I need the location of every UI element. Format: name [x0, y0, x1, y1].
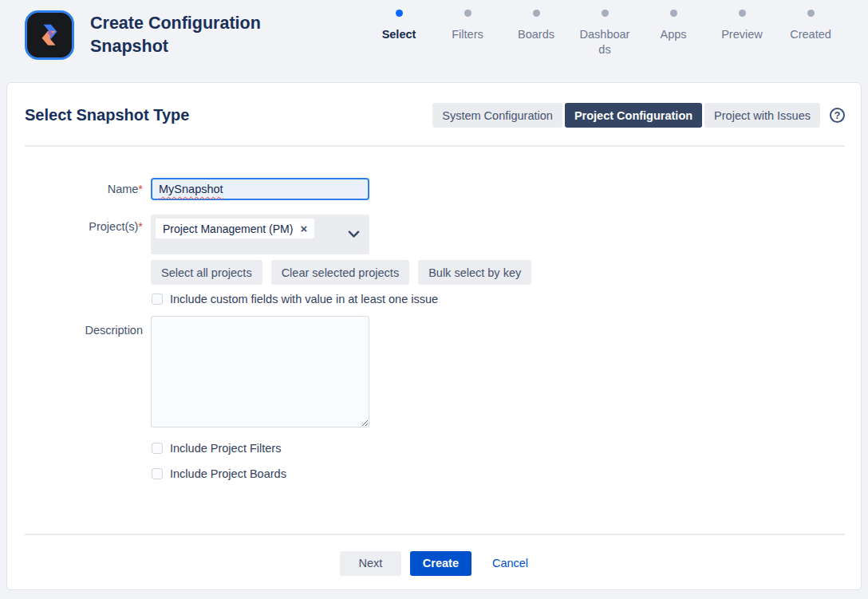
- tab-project-with-issues[interactable]: Project with Issues: [704, 103, 820, 128]
- create-button[interactable]: Create: [410, 551, 471, 576]
- stepper-step-select[interactable]: Select: [370, 10, 428, 57]
- step-label: Apps: [660, 27, 686, 42]
- step-dot-icon: [464, 10, 471, 17]
- stepper-step-boards[interactable]: Boards: [507, 10, 565, 57]
- tab-system-configuration[interactable]: System Configuration: [432, 103, 562, 128]
- stepper-step-dashboards[interactable]: Dashboards: [576, 10, 633, 57]
- snapshot-card: Select Snapshot Type System Configuratio…: [6, 82, 862, 590]
- name-input[interactable]: MySnapshot: [151, 178, 369, 200]
- step-dot-icon: [602, 10, 609, 17]
- app-logo: [25, 10, 74, 60]
- include-project-filters-row: Include Project Filters: [152, 442, 281, 455]
- step-label: Filters: [452, 27, 483, 42]
- include-project-boards-label: Include Project Boards: [170, 467, 286, 480]
- chip-remove-icon[interactable]: ×: [300, 223, 307, 234]
- select-all-projects-button[interactable]: Select all projects: [151, 260, 262, 285]
- snapshot-type-switcher: System Configuration Project Configurati…: [432, 103, 845, 128]
- next-button[interactable]: Next: [340, 551, 401, 576]
- step-dot-icon: [739, 10, 746, 17]
- projects-multiselect[interactable]: Project Management (PM) ×: [151, 215, 369, 254]
- snapshot-type-tabs: System Configuration Project Configurati…: [432, 103, 820, 128]
- step-label: Dashboards: [577, 27, 633, 57]
- include-custom-fields-row: Include custom fields with value in at l…: [152, 293, 438, 305]
- step-label: Select: [382, 27, 416, 42]
- required-asterisk: *: [138, 183, 143, 195]
- include-project-boards-checkbox[interactable]: [152, 468, 163, 479]
- include-project-filters-checkbox[interactable]: [152, 443, 163, 454]
- include-project-filters-label: Include Project Filters: [170, 442, 281, 455]
- step-label: Preview: [721, 27, 763, 42]
- include-custom-fields-checkbox[interactable]: [152, 294, 163, 305]
- chevron-down-icon: [348, 231, 360, 238]
- card-header: Select Snapshot Type System Configuratio…: [25, 103, 845, 128]
- description-textarea[interactable]: [151, 316, 369, 428]
- app-title: Create Configuration Snapshot: [90, 12, 291, 58]
- step-label: Created: [790, 27, 831, 42]
- required-asterisk: *: [138, 220, 143, 233]
- project-chip: Project Management (PM) ×: [156, 219, 314, 238]
- tab-project-configuration[interactable]: Project Configuration: [565, 103, 702, 128]
- header-divider: [25, 145, 845, 147]
- clear-selected-projects-button[interactable]: Clear selected projects: [271, 260, 410, 285]
- include-custom-fields-label: Include custom fields with value in at l…: [170, 293, 438, 305]
- step-dot-icon: [807, 10, 815, 17]
- configuration-manager-arrows-icon: [34, 20, 65, 50]
- step-dot-icon: [533, 10, 540, 17]
- footer-divider: [25, 534, 845, 535]
- name-input-value: MySnapshot: [159, 183, 223, 195]
- stepper-step-created[interactable]: Created: [782, 10, 839, 57]
- wizard-footer: Next Create Cancel: [7, 550, 861, 576]
- stepper-step-preview[interactable]: Preview: [713, 10, 771, 57]
- project-selection-actions: Select all projects Clear selected proje…: [151, 260, 531, 285]
- step-label: Boards: [518, 27, 554, 42]
- cancel-link[interactable]: Cancel: [492, 557, 528, 569]
- app-header: Create Configuration Snapshot Select Fil…: [0, 0, 868, 82]
- stepper-step-apps[interactable]: Apps: [645, 10, 702, 57]
- description-label: Description: [7, 324, 143, 337]
- name-label: Name*: [7, 183, 143, 195]
- step-dot-icon: [670, 10, 677, 17]
- step-dot-icon: [396, 10, 403, 17]
- projects-label: Project(s)*: [7, 220, 143, 233]
- include-project-boards-row: Include Project Boards: [152, 467, 286, 480]
- stepper-step-filters[interactable]: Filters: [439, 10, 496, 57]
- project-chip-label: Project Management (PM): [163, 223, 293, 235]
- help-icon[interactable]: ?: [830, 108, 845, 123]
- page-title: Select Snapshot Type: [25, 103, 189, 128]
- bulk-select-by-key-button[interactable]: Bulk select by key: [418, 260, 531, 285]
- wizard-stepper: Select Filters Boards Dashboards Apps Pr…: [370, 10, 839, 57]
